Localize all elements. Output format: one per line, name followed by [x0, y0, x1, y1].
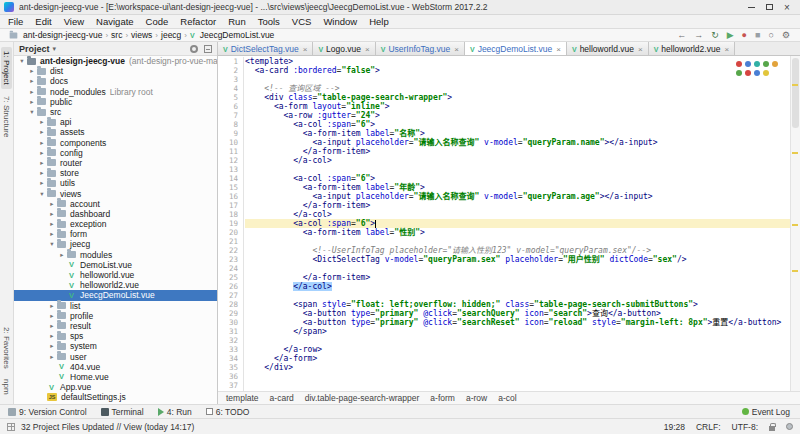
tree-item-DemoList.vue[interactable]: VDemoList.vue: [14, 260, 217, 270]
scrollbar-thumb[interactable]: [792, 58, 799, 128]
tree-item-dashboard[interactable]: ▸dashboard: [14, 209, 217, 219]
menu-run[interactable]: Run: [222, 15, 251, 28]
line-number[interactable]: 36: [218, 372, 243, 381]
error-stripe-scrollbar[interactable]: [790, 56, 800, 391]
line-number[interactable]: 20: [218, 228, 243, 237]
toolwindow-button-todo[interactable]: 6: TODO: [206, 407, 250, 417]
code-line-29[interactable]: <a-button type="primary" @click="searchQ…: [245, 309, 790, 318]
tool-strip-7-structure[interactable]: 7: Structure: [1, 92, 12, 141]
hide-panel-icon[interactable]: [204, 45, 212, 53]
line-number[interactable]: 8: [218, 120, 243, 129]
menu-window[interactable]: Window: [317, 15, 363, 28]
tree-item-jeecg[interactable]: ▾jeecg: [14, 239, 217, 249]
line-number[interactable]: 7: [218, 111, 243, 120]
code-line-4[interactable]: <!-- 查询区域 -->: [245, 84, 790, 93]
chevron-right-icon[interactable]: ▸: [48, 230, 56, 238]
code-line-2[interactable]: <a-card :bordered="false">: [245, 66, 790, 75]
warning-stripe-mark[interactable]: [792, 224, 798, 226]
chevron-down-icon[interactable]: ▾: [28, 108, 36, 116]
code-line-36[interactable]: [245, 372, 790, 381]
tab-helloworld2.vue[interactable]: Vhelloworld2.vue×: [649, 42, 735, 56]
menu-tools[interactable]: Tools: [252, 15, 286, 28]
tree-item-assets[interactable]: ▸assets: [14, 127, 217, 137]
tree-item-user[interactable]: ▸user: [14, 351, 217, 361]
nav-segment-jeecg[interactable]: jeecg: [159, 30, 183, 40]
tree-item-helloworld2.vue[interactable]: Vhelloworld2.vue: [14, 280, 217, 290]
close-icon[interactable]: ×: [556, 45, 561, 54]
code-line-32[interactable]: [245, 336, 790, 345]
line-number[interactable]: 33: [218, 345, 243, 354]
chevron-right-icon[interactable]: ▸: [38, 139, 46, 147]
code-line-33[interactable]: </a-row>: [245, 345, 790, 354]
warning-stripe-mark[interactable]: [792, 84, 798, 86]
chevron-right-icon[interactable]: ▸: [38, 159, 46, 167]
editor-breadcrumb-template[interactable]: template: [226, 393, 259, 403]
line-number[interactable]: 15: [218, 183, 243, 192]
chevron-right-icon[interactable]: ▸: [48, 200, 56, 208]
nav-segment-JeecgDemoList.vue[interactable]: VJeecgDemoList.vue: [188, 30, 276, 40]
code-line-15[interactable]: <a-form-item label="年龄">: [245, 183, 790, 192]
line-number[interactable]: 32: [218, 336, 243, 345]
chevron-right-icon[interactable]: ▸: [48, 342, 56, 350]
menu-file[interactable]: File: [2, 15, 29, 28]
chevron-right-icon[interactable]: ▸: [38, 149, 46, 157]
tree-item-public[interactable]: ▸public: [14, 97, 217, 107]
tool-window-switcher-icon[interactable]: [7, 423, 15, 431]
maximize-button[interactable]: [760, 1, 778, 14]
menu-code[interactable]: Code: [140, 15, 175, 28]
chevron-down-icon[interactable]: ▾: [18, 57, 26, 65]
line-number[interactable]: 3: [218, 75, 243, 84]
status-utf8[interactable]: UTF-8:: [732, 422, 758, 432]
warning-stripe-mark[interactable]: [792, 270, 798, 272]
line-number[interactable]: 18: [218, 210, 243, 219]
close-icon[interactable]: ×: [724, 45, 729, 54]
tab-UserInfoTag.vue[interactable]: VUserInfoTag.vue×: [376, 42, 465, 56]
chevron-right-icon[interactable]: ▸: [28, 67, 36, 75]
tree-item-dist[interactable]: ▸dist: [14, 66, 217, 76]
line-number[interactable]: 21: [218, 237, 243, 246]
tree-item-system[interactable]: ▸system: [14, 341, 217, 351]
tree-item-form[interactable]: ▸form: [14, 229, 217, 239]
menu-refactor[interactable]: Refactor: [174, 15, 222, 28]
tree-item-list[interactable]: ▸list: [14, 301, 217, 311]
line-number[interactable]: 10: [218, 138, 243, 147]
line-number[interactable]: 12: [218, 156, 243, 165]
settings-icon[interactable]: ⚙: [782, 31, 790, 40]
stop-icon[interactable]: ■: [755, 31, 760, 40]
code-line-19[interactable]: <a-col :span="6">: [245, 219, 790, 228]
menu-navigate[interactable]: Navigate: [90, 15, 140, 28]
code-line-37[interactable]: [245, 381, 790, 390]
line-number[interactable]: 11: [218, 147, 243, 156]
tree-item-docs[interactable]: ▸docs: [14, 76, 217, 86]
menu-help[interactable]: Help: [363, 15, 395, 28]
status-message[interactable]: 32 Project Files Updated // View (today …: [21, 422, 194, 432]
close-icon[interactable]: ×: [365, 45, 370, 54]
line-number[interactable]: 19: [218, 219, 243, 228]
status-1928[interactable]: 19:28: [664, 422, 685, 432]
chevron-right-icon[interactable]: ▸: [48, 322, 56, 330]
tree-item-Home.vue[interactable]: VHome.vue: [14, 372, 217, 382]
menu-edit[interactable]: Edit: [29, 15, 57, 28]
code-line-8[interactable]: <a-col :span="6">: [245, 120, 790, 129]
code-line-11[interactable]: </a-form-item>: [245, 147, 790, 156]
gear-icon[interactable]: [190, 45, 198, 53]
menu-view[interactable]: View: [58, 15, 90, 28]
tree-item-defaultSettings.js[interactable]: JSdefaultSettings.js: [14, 392, 217, 402]
code-line-30[interactable]: <a-button type="primary" @click="searchR…: [245, 318, 790, 327]
lock-icon[interactable]: [769, 426, 775, 431]
run-icon[interactable]: ▶: [727, 31, 734, 40]
tab-JeecgDemoList.vue[interactable]: VJeecgDemoList.vue×: [465, 42, 567, 56]
line-number[interactable]: 1: [218, 57, 243, 66]
code-line-35[interactable]: </div>: [245, 363, 790, 372]
tree-item-JeecgDemoList.vue[interactable]: VJeecgDemoList.vue: [14, 290, 217, 300]
chevron-down-icon[interactable]: ▾: [48, 240, 56, 248]
warning-stripe-mark[interactable]: [792, 152, 798, 154]
code-line-34[interactable]: </a-form>: [245, 354, 790, 363]
tree-item-components[interactable]: ▸components: [14, 138, 217, 148]
line-number[interactable]: 26: [218, 282, 243, 291]
tree-item-ant-design-jeecg-vue[interactable]: ▾ant-design-jeecg-vue(ant-design-pro-vue…: [14, 56, 217, 66]
toolwindow-button-version-control[interactable]: 9: Version Control: [8, 407, 87, 417]
line-number[interactable]: 16: [218, 192, 243, 201]
code-line-14[interactable]: <a-col :span="6">: [245, 174, 790, 183]
line-number-gutter[interactable]: 1234567891011121314151617181920212223242…: [218, 57, 244, 391]
